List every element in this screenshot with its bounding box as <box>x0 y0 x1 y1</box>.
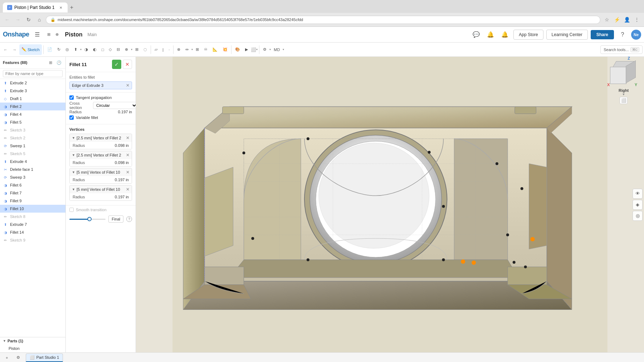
features-filter-input[interactable] <box>3 70 63 77</box>
share-btn[interactable]: Share <box>591 30 614 39</box>
extrude-dropdown[interactable]: ▾ <box>80 48 82 51</box>
tangent-checkbox[interactable] <box>69 95 74 100</box>
feature-item-fillet10[interactable]: ◑ Fillet 10 <box>0 205 65 213</box>
undo-btn[interactable]: ← <box>1 44 10 55</box>
new-tab-btn[interactable]: + <box>68 3 76 12</box>
wrap-btn[interactable]: ◌ <box>141 44 149 55</box>
helix-btn[interactable]: ♾ <box>202 44 210 55</box>
nav-cube[interactable]: Z X Y Right ▼ ⬜ <box>608 61 640 104</box>
feature-item-extrude4[interactable]: ⬆ Extrude 4 <box>0 158 65 165</box>
help-icon-btn[interactable]: ? <box>126 216 132 222</box>
home-btn[interactable]: ⌂ <box>35 15 44 24</box>
notifications-btn[interactable]: 🔔 <box>485 29 496 40</box>
boolean-btn[interactable]: ⊕ <box>123 44 130 55</box>
feature-item-deleteface1[interactable]: ✂ Delete face 1 <box>0 165 65 173</box>
fillet-btn-toolbar[interactable]: ◑ <box>82 44 90 55</box>
mode-dropdown[interactable]: ▾ <box>283 48 284 51</box>
cross-section-select[interactable]: Circular Curvature matched Conic <box>93 102 136 109</box>
vertex-header-1[interactable]: ▼ [2.5 mm] Vertex of Fillet 2 ✕ <box>70 134 132 142</box>
move-face-btn[interactable]: ⊞ <box>133 44 141 55</box>
view-dropdown[interactable]: ⬜ ▾ <box>251 47 258 52</box>
sketch-btn[interactable]: ✏️ Sketch <box>19 44 42 55</box>
feature-item-extrude7[interactable]: ⬆ Extrude 7 <box>0 220 65 228</box>
variable-fillet-checkbox[interactable] <box>69 115 74 120</box>
feature-item-sketch8[interactable]: ✏ Sketch 8 <box>0 213 65 220</box>
forward-btn[interactable]: → <box>14 15 22 24</box>
entity-remove-btn[interactable]: ✕ <box>126 83 130 88</box>
rib-btn[interactable]: ⊟ <box>114 44 122 55</box>
features-expand-btn[interactable]: ⊞ <box>47 59 54 66</box>
feature-item-extrude3[interactable]: ⬆ Extrude 3 <box>0 87 65 95</box>
feature-item-sketch3[interactable]: ✏ Sketch 3 <box>0 126 65 134</box>
back-btn[interactable]: ← <box>3 15 11 24</box>
redo-btn[interactable]: → <box>10 44 19 55</box>
search-tools-btn[interactable]: Search tools... ⌘C <box>600 45 643 54</box>
mate-btn[interactable]: ⊗ <box>175 44 182 55</box>
feature-item-extrude2[interactable]: ⬆ Extrude 2 <box>0 79 65 87</box>
settings-btn[interactable]: ⚙ <box>261 44 269 55</box>
template-btn[interactable]: 📄 <box>45 44 54 55</box>
hamburger-menu-btn[interactable]: ☰ <box>32 30 42 40</box>
vertex-header-3[interactable]: ▼ [5 mm] Vertex of Fillet 10 ✕ <box>70 168 132 176</box>
smooth-checkbox[interactable] <box>69 208 74 212</box>
feature-item-fillet14[interactable]: ◑ Fillet 14 <box>0 228 65 236</box>
feature-item-fillet6[interactable]: ◑ Fillet 6 <box>0 181 65 189</box>
axis-btn[interactable]: | <box>160 44 166 55</box>
boolean-dropdown[interactable]: ▾ <box>131 48 132 51</box>
feature-item-sweep1[interactable]: ⟳ Sweep 1 <box>0 142 65 150</box>
tab-close-btn[interactable]: ✕ <box>58 5 63 10</box>
fillet-cancel-btn[interactable]: ✕ <box>123 60 132 69</box>
browser-menu-btn[interactable]: ⋮ <box>633 15 641 24</box>
cube-front-face[interactable] <box>610 67 626 84</box>
vertex-remove-btn-3[interactable]: ✕ <box>126 170 130 175</box>
feature-item-fillet4[interactable]: ◑ Fillet 4 <box>0 110 65 118</box>
grid-tool-btn[interactable]: ⊞ <box>45 31 53 38</box>
feature-item-fillet5[interactable]: ◑ Fillet 5 <box>0 118 65 126</box>
vertex-remove-btn-2[interactable]: ✕ <box>126 153 130 158</box>
user-avatar[interactable]: Ne <box>631 30 641 40</box>
simulate-btn[interactable]: ▶ <box>243 44 250 55</box>
viewport[interactable]: Z X Y Right ▼ ⬜ 👁 ◈ ◎ <box>136 57 644 352</box>
learning-center-btn[interactable]: Learning Center <box>546 30 588 40</box>
slider-track[interactable] <box>69 219 106 220</box>
render-btn[interactable]: 🎨 <box>233 44 242 55</box>
feature-item-sketch2[interactable]: ✏ Sketch 2 <box>0 134 65 142</box>
explode-btn[interactable]: 💥 <box>220 44 230 55</box>
bell-btn[interactable]: 🔔 <box>499 29 511 40</box>
vp-render-btn[interactable]: ◎ <box>633 211 643 221</box>
mirror-btn[interactable]: ⇔ <box>183 44 191 55</box>
fillet-confirm-btn[interactable]: ✓ <box>112 60 121 69</box>
mirror-dropdown[interactable]: ▾ <box>191 48 193 51</box>
final-btn[interactable]: Final <box>108 215 123 223</box>
active-tab[interactable]: P Piston | Part Studio 1 ✕ <box>3 3 68 13</box>
add-tab-btn[interactable]: + <box>3 354 11 361</box>
draft-btn[interactable]: ◇ <box>107 44 114 55</box>
settings-dropdown[interactable]: ▾ <box>269 48 271 51</box>
mode-btn[interactable]: MD <box>272 44 282 55</box>
feature-item-sweep3[interactable]: ⟳ Sweep 3 <box>0 173 65 181</box>
vertex-header-2[interactable]: ▼ [2.5 mm] Vertex of Fillet 2 ✕ <box>70 151 132 159</box>
plane-btn[interactable]: ▱ <box>152 44 160 55</box>
extension-btn[interactable]: ⚡ <box>613 15 621 24</box>
chat-btn[interactable]: 💬 <box>470 29 482 40</box>
cube-box-btn[interactable]: ⬜ <box>620 97 628 104</box>
revolve-btn[interactable]: ↻ <box>55 44 63 55</box>
measure-btn[interactable]: 📐 <box>210 44 220 55</box>
feature-item-fillet2[interactable]: ◑ Fillet 2 <box>0 103 65 110</box>
point-btn[interactable]: · <box>166 44 172 55</box>
features-clock-btn[interactable]: 🕐 <box>55 59 63 66</box>
vertex-header-4[interactable]: ▼ [5 mm] Vertex of Fillet 10 ✕ <box>70 185 132 193</box>
vp-layers-btn[interactable]: ◈ <box>633 200 643 210</box>
pattern-btn[interactable]: ⊞ <box>194 44 201 55</box>
feature-item-draft1[interactable]: ◇ Draft 1 <box>0 95 65 103</box>
url-bar[interactable]: 🔒 midwest.machinetarch.onshape.com/docum… <box>46 16 600 24</box>
parts-header[interactable]: ▼ Parts (1) <box>0 337 65 344</box>
feature-item-sketch5[interactable]: ✏ Sketch 5 <box>0 150 65 158</box>
feature-item-fillet9[interactable]: ◑ Fillet 9 <box>0 197 65 205</box>
reload-btn[interactable]: ↻ <box>24 15 33 24</box>
feature-item-fillet7[interactable]: ◑ Fillet 7 <box>0 189 65 197</box>
help-btn[interactable]: ? <box>617 29 628 40</box>
loft-btn[interactable]: ◎ <box>63 44 71 55</box>
profile-btn[interactable]: 👤 <box>623 15 631 24</box>
vertex-remove-btn-4[interactable]: ✕ <box>126 187 130 192</box>
